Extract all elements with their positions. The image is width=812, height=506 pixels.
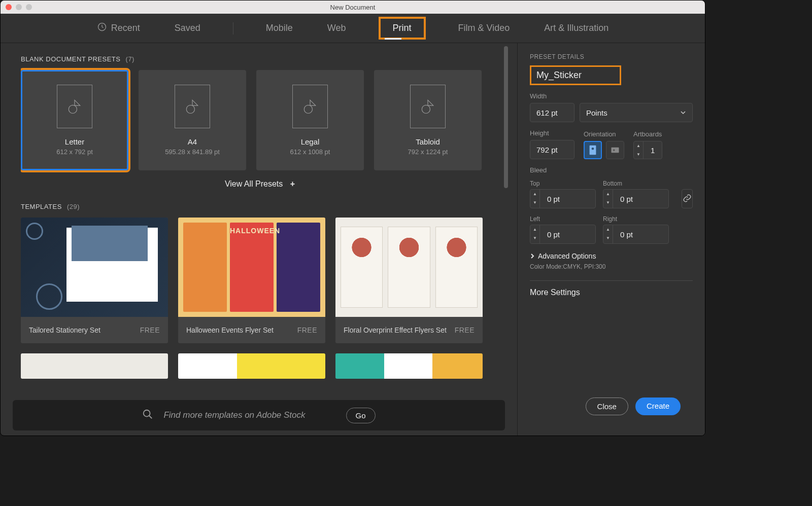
- stock-search-bar: Find more templates on Adobe Stock Go: [13, 400, 505, 430]
- stepper-icon[interactable]: ▲▼: [530, 225, 540, 243]
- width-input[interactable]: 612 pt: [530, 103, 574, 122]
- bleed-right-label: Right: [603, 215, 669, 223]
- tab-label: Web: [327, 23, 346, 33]
- stepper-icon[interactable]: ▲▼: [603, 225, 613, 243]
- stepper-icon[interactable]: ▲▼: [603, 190, 613, 208]
- template-price: FREE: [297, 326, 317, 334]
- bleed-left-label: Left: [530, 215, 596, 223]
- svg-point-1: [69, 105, 77, 113]
- svg-point-2: [186, 105, 194, 113]
- preset-card-tabloid[interactable]: Tabloid 792 x 1224 pt: [374, 70, 482, 170]
- bleed-top-input[interactable]: ▲▼ 0 pt: [530, 189, 596, 208]
- divider: [530, 280, 693, 281]
- preset-card-letter[interactable]: Letter 612 x 792 pt: [21, 70, 128, 170]
- presets-heading: BLANK DOCUMENT PRESETS (7): [21, 55, 499, 63]
- svg-rect-8: [612, 148, 619, 153]
- chevron-down-icon: [680, 109, 686, 117]
- minimize-window-button[interactable]: [16, 4, 22, 10]
- preset-dims: 612 x 792 pt: [56, 148, 93, 156]
- window-controls: [6, 4, 32, 10]
- chevron-up-icon[interactable]: ▲: [634, 141, 643, 150]
- height-label: Height: [530, 129, 574, 137]
- artboards-label: Artboards: [633, 130, 662, 138]
- advanced-options-toggle[interactable]: Advanced Options: [530, 252, 693, 260]
- scroll-area[interactable]: BLANK DOCUMENT PRESETS (7) Letter 612 x …: [21, 55, 517, 403]
- close-window-button[interactable]: [6, 4, 12, 10]
- templates-heading: TEMPLATES (29): [21, 203, 499, 210]
- template-card[interactable]: Halloween Events Flyer Set FREE: [178, 218, 325, 343]
- bleed-bottom-label: Bottom: [603, 180, 669, 187]
- tab-label: Saved: [175, 23, 200, 33]
- titlebar: New Document: [1, 1, 705, 14]
- artboards-input[interactable]: ▲ ▼ 1: [633, 141, 662, 159]
- template-name: Tailored Stationery Set: [29, 326, 100, 334]
- bleed-right-input[interactable]: ▲▼ 0 pt: [603, 225, 669, 244]
- tab-saved[interactable]: Saved: [173, 17, 202, 40]
- tab-web[interactable]: Web: [325, 17, 348, 40]
- preset-card-legal[interactable]: Legal 612 x 1008 pt: [256, 70, 364, 170]
- tab-label: Art & Illustration: [544, 23, 608, 33]
- svg-rect-6: [590, 146, 596, 155]
- tab-mobile[interactable]: Mobile: [264, 17, 295, 40]
- template-footer: Halloween Events Flyer Set FREE: [178, 317, 325, 343]
- presets-count: (7): [126, 55, 134, 63]
- zoom-window-button[interactable]: [26, 4, 32, 10]
- units-value: Points: [586, 109, 607, 117]
- create-button[interactable]: Create: [635, 397, 681, 415]
- orientation-portrait-button[interactable]: [584, 141, 602, 159]
- tab-print[interactable]: Print: [379, 17, 426, 40]
- template-card[interactable]: Tailored Stationery Set FREE: [21, 218, 168, 343]
- clock-icon: [97, 22, 107, 34]
- section-label: TEMPLATES: [21, 203, 62, 210]
- tab-recent[interactable]: Recent: [95, 16, 142, 41]
- preset-grid: Letter 612 x 792 pt A4 595.28 x 841.89 p…: [21, 70, 499, 170]
- category-tabs: Recent Saved Mobile Web Print Film & Vid…: [1, 14, 705, 43]
- tab-film-video[interactable]: Film & Video: [456, 17, 512, 40]
- stock-search-input[interactable]: Find more templates on Adobe Stock: [163, 410, 305, 420]
- bleed-bottom-value: 0 pt: [613, 195, 640, 203]
- template-thumbnail: [21, 353, 168, 379]
- svg-point-3: [304, 105, 312, 113]
- bleed-top-label: Top: [530, 180, 596, 187]
- preset-dims: 612 x 1008 pt: [290, 148, 330, 156]
- bleed-bottom-input[interactable]: ▲▼ 0 pt: [603, 189, 669, 208]
- template-grid: Tailored Stationery Set FREE Halloween E…: [21, 218, 488, 379]
- template-card[interactable]: [21, 353, 168, 379]
- preset-card-a4[interactable]: A4 595.28 x 841.89 pt: [139, 70, 246, 170]
- scrollbar-thumb[interactable]: [504, 46, 508, 188]
- color-mode-summary: Color Mode:CMYK, PPI:300: [530, 263, 693, 270]
- template-card[interactable]: [335, 353, 483, 379]
- close-button[interactable]: Close: [586, 397, 628, 415]
- chevron-down-icon[interactable]: ▼: [634, 150, 643, 159]
- template-card[interactable]: Floral Overprint Effect Flyers Set FREE: [335, 218, 483, 343]
- units-select[interactable]: Points: [580, 103, 693, 122]
- stepper-icon[interactable]: ▲▼: [530, 190, 540, 208]
- window-title: New Document: [330, 4, 376, 11]
- tab-art-illustration[interactable]: Art & Illustration: [542, 17, 611, 40]
- more-settings-button[interactable]: More Settings: [530, 288, 693, 297]
- height-input[interactable]: 792 pt: [530, 140, 574, 159]
- template-card[interactable]: [178, 353, 325, 379]
- templates-count: (29): [67, 203, 80, 210]
- bleed-left-input[interactable]: ▲▼ 0 pt: [530, 225, 596, 244]
- link-bleed-button[interactable]: [682, 189, 693, 208]
- document-name-input[interactable]: My_Sticker: [530, 65, 621, 85]
- view-all-presets-button[interactable]: View All Presets +: [21, 179, 499, 189]
- preset-details-heading: PRESET DETAILS: [530, 53, 693, 60]
- page-icon: [175, 85, 210, 128]
- body: BLANK DOCUMENT PRESETS (7) Letter 612 x …: [1, 43, 705, 436]
- template-name: Floral Overprint Effect Flyers Set: [344, 326, 447, 334]
- svg-point-5: [144, 410, 150, 416]
- bleed-top-value: 0 pt: [540, 195, 567, 203]
- template-price: FREE: [455, 326, 475, 334]
- page-icon: [410, 85, 446, 128]
- template-footer: Tailored Stationery Set FREE: [21, 317, 168, 343]
- orientation-landscape-button[interactable]: [606, 141, 624, 159]
- stepper-icon[interactable]: ▲ ▼: [634, 141, 644, 159]
- orientation-label: Orientation: [584, 130, 624, 138]
- section-label: BLANK DOCUMENT PRESETS: [21, 55, 120, 63]
- template-footer: Floral Overprint Effect Flyers Set FREE: [335, 317, 483, 343]
- artboards-value: 1: [644, 146, 662, 155]
- go-button[interactable]: Go: [346, 408, 376, 423]
- template-thumbnail: [335, 218, 483, 317]
